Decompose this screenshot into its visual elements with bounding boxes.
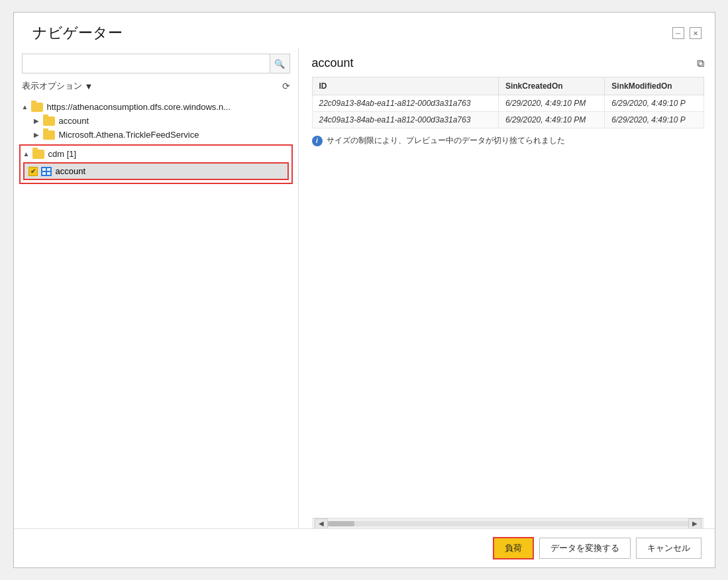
- options-row: 表示オプション ▼ ⟳: [14, 79, 298, 97]
- scroll-track[interactable]: [328, 521, 688, 526]
- cell-modified-2: 6/29/2020, 4:49:10 P: [605, 112, 703, 128]
- cdm-label: cdm [1]: [48, 149, 77, 159]
- search-input[interactable]: [23, 56, 270, 72]
- right-spacer: [312, 146, 704, 515]
- info-text: サイズの制限により、プレビュー中のデータが切り捨てられました: [327, 135, 565, 146]
- expand-icon: ▶: [34, 117, 43, 124]
- horizontal-scrollbar[interactable]: ◀ ▶: [312, 518, 704, 528]
- tree-item-root[interactable]: ▲ https://athenaconsumption.dfs.core.win…: [14, 100, 298, 114]
- cell-id-1: 22c09a13-84ab-ea11-a812-000d3a31a763: [312, 95, 498, 112]
- collapse-icon: ▲: [22, 103, 31, 111]
- data-table: ID SinkCreatedOn SinkModifiedOn 22c09a13…: [312, 77, 704, 128]
- cancel-button[interactable]: キャンセル: [636, 538, 702, 559]
- cell-id-2: 24c09a13-84ab-ea11-a812-000d3a31a763: [312, 112, 498, 128]
- transform-button[interactable]: データを変換する: [539, 538, 631, 559]
- minimize-button[interactable]: ─: [672, 27, 684, 39]
- display-options-button[interactable]: 表示オプション ▼: [22, 80, 93, 92]
- refresh-button[interactable]: ⟳: [282, 81, 290, 91]
- table-row: 22c09a13-84ab-ea11-a812-000d3a31a763 6/2…: [312, 95, 703, 112]
- dialog-footer: 負荷 データを変換する キャンセル: [14, 528, 715, 567]
- scroll-left-button[interactable]: ◀: [315, 518, 328, 529]
- right-title: account: [312, 56, 354, 70]
- cell-modified-1: 6/29/2020, 4:49:10 P: [605, 95, 703, 112]
- search-row: 🔍: [22, 54, 290, 73]
- col-id: ID: [312, 77, 498, 95]
- title-bar: ナビゲーター ─ ✕: [14, 13, 715, 48]
- right-panel: account ⧉ ID SinkCreatedOn SinkModifiedO…: [299, 48, 715, 528]
- folder-icon: [43, 117, 55, 126]
- info-row: i サイズの制限により、プレビュー中のデータが切り捨てられました: [312, 135, 704, 146]
- dialog-title: ナビゲーター: [32, 23, 123, 43]
- tree: ▲ https://athenaconsumption.dfs.core.win…: [14, 97, 298, 523]
- table-icon: [41, 167, 52, 176]
- table-row: 24c09a13-84ab-ea11-a812-000d3a31a763 6/2…: [312, 112, 703, 128]
- cdm-header[interactable]: ▲ cdm [1]: [21, 147, 291, 161]
- athena-label: Microsoft.Athena.TrickleFeedService: [59, 130, 293, 140]
- close-button[interactable]: ✕: [690, 27, 702, 39]
- scroll-right-button[interactable]: ▶: [688, 518, 702, 529]
- cell-created-1: 6/29/2020, 4:49:10 PM: [498, 95, 604, 112]
- account-label: account: [59, 116, 293, 126]
- cdm-child-account[interactable]: ✔ account: [23, 162, 289, 180]
- preview-icon[interactable]: ⧉: [697, 58, 704, 70]
- root-url-label: https://athenaconsumption.dfs.core.windo…: [47, 102, 293, 112]
- collapse-icon: ▲: [23, 150, 32, 158]
- info-icon: i: [312, 136, 323, 146]
- load-button[interactable]: 負荷: [493, 537, 534, 559]
- scroll-thumb[interactable]: [328, 521, 354, 526]
- folder-icon: [43, 130, 55, 140]
- cell-created-2: 6/29/2020, 4:49:10 PM: [498, 112, 604, 128]
- left-panel: 🔍 表示オプション ▼ ⟳ ▲ https://athenaconsumpti: [14, 48, 299, 528]
- folder-icon: [31, 103, 43, 112]
- navigator-dialog: ナビゲーター ─ ✕ 🔍 表示オプション ▼: [13, 12, 715, 568]
- tree-item-athena[interactable]: ▶ Microsoft.Athena.TrickleFeedService: [14, 128, 298, 142]
- cdm-account-label: account: [56, 166, 86, 176]
- right-header: account ⧉: [312, 56, 704, 70]
- refresh-icon: ⟳: [282, 81, 290, 91]
- col-sink-modified: SinkModifiedOn: [605, 77, 703, 95]
- col-sink-created: SinkCreatedOn: [498, 77, 604, 95]
- options-label-text: 表示オプション: [22, 80, 82, 92]
- checkbox-checked[interactable]: ✔: [28, 167, 38, 176]
- dialog-body: 🔍 表示オプション ▼ ⟳ ▲ https://athenaconsumpti: [14, 48, 715, 528]
- folder-icon: [32, 150, 44, 159]
- expand-icon: ▶: [34, 131, 43, 138]
- cdm-group: ▲ cdm [1] ✔ account: [19, 144, 293, 184]
- search-button[interactable]: 🔍: [270, 54, 289, 73]
- tree-item-account[interactable]: ▶ account: [14, 114, 298, 128]
- window-controls: ─ ✕: [672, 27, 702, 39]
- chevron-down-icon: ▼: [85, 81, 93, 91]
